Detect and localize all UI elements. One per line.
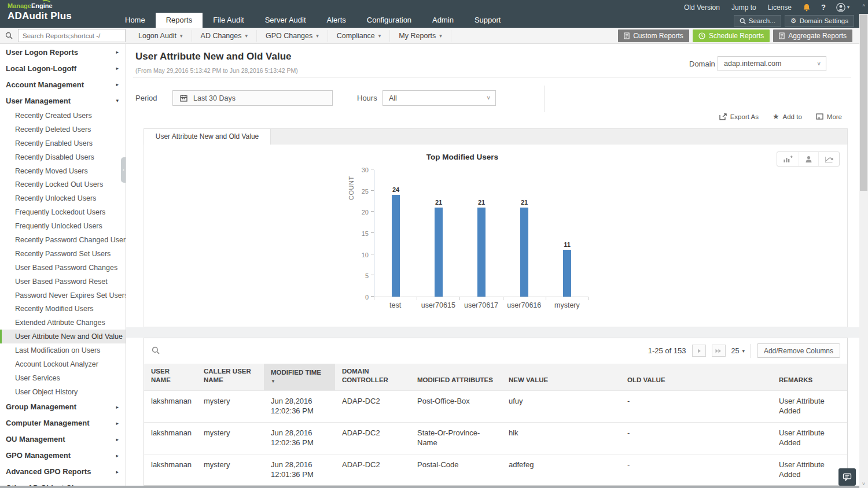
scroll-down-arrow[interactable]: ˅ — [859, 481, 868, 487]
chart-refresh-icon[interactable] — [819, 152, 839, 166]
page-size-select[interactable]: 25 ▾ — [731, 347, 745, 355]
chart-bar-user70616[interactable]: 21 — [503, 170, 546, 297]
column-header-caller-user-name[interactable]: CALLER USER NAME — [197, 364, 264, 390]
horizontal-scrollbar[interactable] — [0, 486, 859, 488]
menu-my-reports[interactable]: My Reports▾ — [390, 30, 451, 42]
sidebar-collapse-handle[interactable]: ‹ — [121, 157, 126, 183]
vertical-scrollbar-thumb[interactable] — [860, 14, 867, 191]
sidebar-item-recently-modified-users[interactable]: Recently Modified Users — [0, 302, 126, 316]
sidebar-item-local-logon-logoff[interactable]: Local Logon-Logoff▸ — [0, 60, 126, 76]
sidebar-item-user-based-password-changes[interactable]: User Based Password Changes — [0, 261, 126, 275]
sidebar-item-recently-password-changed-users[interactable]: Recently Password Changed Users — [0, 233, 126, 247]
sidebar-item-group-management[interactable]: Group Management▸ — [0, 399, 126, 415]
nav-item-reports[interactable]: Reports — [156, 13, 203, 28]
sidebar-item-advanced-gpo-reports[interactable]: Advanced GPO Reports▸ — [0, 464, 126, 480]
schedule-reports-button[interactable]: Schedule Reports — [693, 29, 770, 42]
sidebar-item-recently-deleted-users[interactable]: Recently Deleted Users — [0, 123, 126, 136]
help-button[interactable]: ? — [816, 3, 830, 12]
export-as-button[interactable]: Export As — [719, 113, 759, 120]
nav-item-home[interactable]: Home — [115, 13, 156, 28]
period-picker[interactable]: Last 30 Days — [172, 90, 333, 106]
sidebar-item-extended-attribute-changes[interactable]: Extended Attribute Changes — [0, 316, 126, 330]
column-header-user-name[interactable]: USER NAME — [144, 364, 197, 390]
sidebar-item-recently-created-users[interactable]: Recently Created Users — [0, 109, 126, 123]
hours-select[interactable]: All ˅ — [382, 90, 496, 106]
top-link-license[interactable]: License — [763, 3, 797, 12]
user-avatar-menu[interactable]: ▾ — [832, 3, 854, 12]
sidebar-item-user-management[interactable]: User Management▾ — [0, 93, 126, 109]
chart-type-icon[interactable] — [777, 152, 799, 166]
chart-bar-mystery[interactable]: 11 — [546, 170, 589, 297]
sidebar-item-computer-management[interactable]: Computer Management▸ — [0, 415, 126, 431]
feedback-chat-button[interactable] — [838, 468, 856, 486]
chart-bar-test[interactable]: 24 — [374, 170, 417, 297]
search-button[interactable]: Search... — [734, 15, 781, 27]
sidebar-item-user-object-history[interactable]: User Object History — [0, 385, 126, 399]
sidebar-item-other-ad-object-changes[interactable]: Other AD Object Changes▸ — [0, 480, 126, 486]
add-to-button[interactable]: ★ Add to — [773, 113, 802, 120]
y-tick-mark — [371, 211, 374, 212]
sidebar-item-recently-locked-out-users[interactable]: Recently Locked Out Users — [0, 178, 126, 191]
chart-bar-user70617[interactable]: 21 — [460, 170, 503, 297]
nav-item-configuration[interactable]: Configuration — [356, 13, 422, 28]
tab-user-attribute-new-and-old-value[interactable]: User Attribute New and Old Value — [144, 129, 271, 145]
custom-reports-button[interactable]: Custom Reports — [618, 29, 689, 42]
sidebar-item-frequently-lockedout-users[interactable]: Frequently Lockedout Users — [0, 205, 126, 219]
chart-user-icon[interactable] — [799, 152, 819, 166]
cell-old-value: - — [620, 423, 772, 454]
menu-ad-changes[interactable]: AD Changes▾ — [192, 30, 257, 42]
column-header-modified-time[interactable]: MODIFIED TIME▼ — [264, 364, 335, 390]
sidebar-item-user-based-password-reset[interactable]: User Based Password Reset — [0, 275, 126, 289]
top-link-jump-to[interactable]: Jump to — [726, 3, 762, 12]
table-row[interactable]: lakshmananmysteryJun 28,2016 12:02:36 PM… — [144, 390, 847, 422]
manageengine-logo[interactable]: ManageEngine ADAudit Plus — [8, 2, 72, 22]
sidebar-item-password-never-expires-set-users[interactable]: Password Never Expires Set Users — [0, 289, 126, 302]
last-page-button[interactable] — [712, 345, 726, 357]
menu-logon-audit[interactable]: Logon Audit▾ — [130, 30, 192, 42]
sidebar-item-frequently-unlocked-users[interactable]: Frequently Unlocked Users — [0, 219, 126, 233]
scroll-up-arrow[interactable]: ^ — [859, 0, 868, 14]
column-header-modified-attributes[interactable]: MODIFIED ATTRIBUTES — [410, 364, 502, 390]
sidebar-item-account-management[interactable]: Account Management▸ — [0, 76, 126, 93]
sidebar-item-user-attribute-new-and-old-value[interactable]: User Attribute New and Old Value — [0, 330, 126, 343]
menu-label: GPO Changes — [266, 32, 312, 40]
sidebar-item-ou-management[interactable]: OU Management▸ — [0, 431, 126, 448]
nav-item-server-audit[interactable]: Server Audit — [255, 13, 317, 28]
sidebar-item-recently-enabled-users[interactable]: Recently Enabled Users — [0, 136, 126, 150]
chart-bar-user70615[interactable]: 21 — [417, 170, 460, 297]
cell-modified-attributes: Postal-Code — [410, 454, 502, 486]
column-header-new-value[interactable]: NEW VALUE — [502, 364, 620, 390]
nav-item-alerts[interactable]: Alerts — [317, 13, 356, 28]
table-search-icon[interactable] — [152, 346, 160, 354]
top-link-old-version[interactable]: Old Version — [679, 3, 725, 12]
sidebar-item-user-services[interactable]: User Services — [0, 371, 126, 385]
sidebar-item-recently-moved-users[interactable]: Recently Moved Users — [0, 164, 126, 178]
column-header-remarks[interactable]: REMARKS — [772, 364, 847, 390]
sidebar-item-recently-password-set-users[interactable]: Recently Password Set Users — [0, 247, 126, 261]
table-row[interactable]: lakshmananmysteryJun 28,2016 12:01:36 PM… — [144, 454, 847, 486]
sidebar-item-user-logon-reports[interactable]: User Logon Reports▸ — [0, 44, 126, 60]
arrow-right-icon: ▸ — [116, 65, 119, 71]
sidebar-item-recently-disabled-users[interactable]: Recently Disabled Users — [0, 150, 126, 164]
search-reports-input[interactable] — [18, 29, 126, 42]
nav-item-support[interactable]: Support — [464, 13, 512, 28]
add-remove-columns-button[interactable]: Add/Remove Columns — [757, 343, 840, 358]
next-page-button[interactable] — [692, 345, 706, 357]
menu-gpo-changes[interactable]: GPO Changes▾ — [257, 30, 328, 42]
domain-select[interactable]: adap.internal.com ˅ — [718, 56, 826, 71]
nav-item-admin[interactable]: Admin — [422, 13, 464, 28]
sidebar-item-gpo-management[interactable]: GPO Management▸ — [0, 448, 126, 464]
domain-settings-button[interactable]: ⚙ Domain Settings — [785, 15, 854, 27]
nav-item-file-audit[interactable]: File Audit — [203, 13, 254, 28]
sidebar-item-recently-unlocked-users[interactable]: Recently Unlocked Users — [0, 191, 126, 205]
vertical-scrollbar[interactable]: ^ ˅ — [859, 0, 868, 488]
notifications-bell-icon[interactable] — [798, 3, 815, 12]
sidebar-item-account-lockout-analyzer[interactable]: Account Lockout Analyzer — [0, 357, 126, 371]
table-row[interactable]: lakshmananmysteryJun 28,2016 12:02:36 PM… — [144, 422, 847, 454]
more-button[interactable]: More — [816, 113, 842, 120]
column-header-domain-controller[interactable]: DOMAIN CONTROLLER — [335, 364, 410, 390]
aggregate-reports-button[interactable]: Aggregate Reports — [773, 29, 852, 42]
column-header-old-value[interactable]: OLD VALUE — [620, 364, 772, 390]
menu-compliance[interactable]: Compliance▾ — [328, 30, 391, 42]
sidebar-item-last-modification-on-users[interactable]: Last Modification on Users — [0, 343, 126, 357]
